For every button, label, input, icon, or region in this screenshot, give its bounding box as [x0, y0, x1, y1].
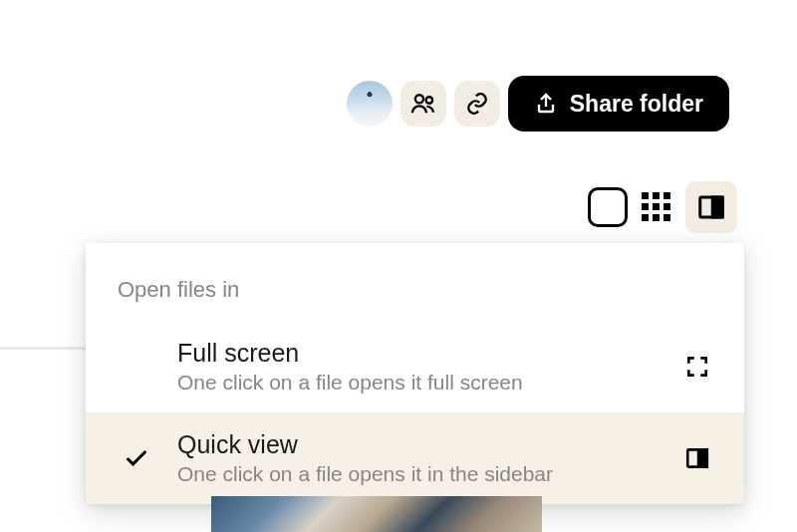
fullscreen-icon: [682, 354, 712, 380]
option-desc: One click on a file opens it full screen: [177, 371, 664, 395]
option-title: Quick view: [177, 430, 664, 459]
link-icon: [464, 91, 490, 117]
file-thumbnail[interactable]: [211, 496, 542, 532]
option-full-screen[interactable]: Full screen One click on a file opens it…: [86, 321, 744, 412]
option-quick-view[interactable]: Quick view One click on a file opens it …: [86, 412, 744, 504]
dropdown-header: Open files in: [86, 243, 744, 321]
select-all-checkbox[interactable]: [588, 187, 628, 227]
grid-view-button[interactable]: [642, 192, 671, 222]
avatar[interactable]: [347, 81, 393, 127]
people-icon: [409, 90, 437, 118]
svg-rect-5: [698, 449, 707, 466]
share-icon: [534, 92, 558, 116]
option-desc: One click on a file opens it in the side…: [177, 462, 664, 486]
people-button[interactable]: [400, 81, 446, 127]
link-button[interactable]: [454, 81, 500, 127]
divider: [0, 347, 86, 350]
share-folder-button[interactable]: Share folder: [508, 76, 729, 132]
svg-rect-3: [712, 197, 722, 217]
sidebar-view-button[interactable]: [685, 181, 737, 233]
open-files-dropdown: Open files in Full screen One click on a…: [86, 243, 744, 504]
sidebar-panel-icon: [696, 192, 726, 222]
svg-point-0: [415, 95, 423, 103]
check-icon: [123, 444, 150, 472]
svg-point-1: [425, 97, 432, 104]
share-label: Share folder: [570, 91, 703, 118]
option-title: Full screen: [177, 339, 664, 368]
sidebar-panel-icon: [682, 445, 712, 471]
